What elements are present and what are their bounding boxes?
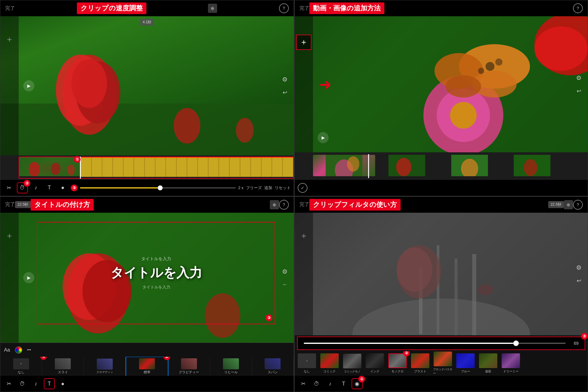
butterfly-scene [295,16,588,152]
scissors-icon[interactable]: ✂ [3,182,14,193]
svg-point-41 [486,62,495,71]
intensity-value: 69 [569,341,579,346]
clip-4[interactable] [501,155,563,176]
filter-standard[interactable]: ② 標準 [126,357,168,376]
filter-item-blue[interactable]: ブルー [454,352,477,375]
filter-item-ink[interactable]: インク [364,352,386,375]
help-icon-4[interactable]: ? [573,200,583,210]
undo-icon[interactable]: ↩ [283,89,287,96]
left-sidebar-2: + [295,16,313,152]
filter-gravity[interactable]: グラビティー [168,357,210,376]
more-options[interactable]: ••• [27,348,31,352]
speed-control: ③ 2 x フリーズ 追加 リセット [71,185,291,191]
circle-icon[interactable]: ● [57,182,68,193]
filter-thumb-dreamy [502,353,520,368]
freeze-btn[interactable]: フリーズ [246,185,262,191]
play-button-3[interactable]: ▶ [23,272,34,283]
play-button-2[interactable]: ▶ [318,132,329,143]
clip-normal[interactable] [19,157,80,176]
add-icon-4[interactable]: + [301,231,306,241]
filter-label-slai: スライ [58,370,68,375]
complete-button-2[interactable]: 完了 [300,5,309,12]
timeline-cursor-2[interactable] [368,154,369,178]
add-icon-3[interactable]: + [7,231,12,241]
text-icon-3[interactable]: T [44,378,55,389]
settings-icon[interactable]: ⚙ [282,76,288,83]
color-picker[interactable] [15,346,22,354]
back-icon-3[interactable]: ← [282,281,288,287]
filter-slai[interactable]: スライ [42,357,84,376]
undo-icon-2[interactable]: ↩ [577,88,581,94]
scissors-icon-3[interactable]: ✂ [3,378,14,389]
right-side-icons-2: ⚙ ↩ [576,74,582,94]
text-icon-4[interactable]: T [338,378,349,389]
title-overlay-box[interactable]: タイトルを入力 タイトルを入力 タイトルを入力 [37,222,275,325]
zoom-icon-4[interactable]: ⊕ [564,200,573,209]
filter-span[interactable]: スパン [252,357,294,376]
add-btn[interactable]: 追加 [264,185,272,191]
clip-2[interactable] [376,155,438,176]
text-icon[interactable]: T [44,182,55,193]
panel-title: クリップの速度調整 [77,2,146,14]
filter-item-mono[interactable]: モノクロ ② [386,352,409,375]
filter-chroma[interactable]: クロマディッ [84,357,126,375]
svg-rect-63 [472,254,476,336]
panel-filter-topbar: 完了 クリップフィルタの使い方 22.5秒 ⊕ ? [295,197,588,213]
complete-button-3[interactable]: 完了 [5,201,15,208]
clip-3[interactable] [439,155,501,176]
title-main-text[interactable]: タイトルを入力 [111,264,202,281]
clock-icon-4[interactable]: ⏱ [311,378,322,389]
help-icon-2[interactable]: ? [573,3,583,13]
filter-name-comic-mono: コミックモノ [344,370,360,374]
complete-button[interactable]: 完了 [5,5,15,12]
filter-item-nashi[interactable]: × なし [296,352,318,375]
reset-btn[interactable]: リセット [275,185,291,191]
filter-nashi[interactable]: × なし [0,357,42,376]
filter-item-comic-mono[interactable]: コミックモノ [341,352,363,375]
timeline[interactable]: ① [0,155,294,180]
filter-item-camo[interactable]: 迷彩 [477,352,499,375]
scissors-icon-4[interactable]: ✂ [298,378,309,389]
volume-icon-4[interactable]: ♪ [325,378,336,389]
undo-icon-4[interactable]: ↩ [577,277,581,284]
play-button[interactable]: ▶ [23,80,34,91]
help-icon[interactable]: ? [279,3,289,13]
filter-thumb-chroma [97,359,113,370]
settings-icon-2[interactable]: ⚙ [576,74,582,82]
add-media-button[interactable]: + [296,35,311,50]
intensity-thumb[interactable] [513,341,519,346]
settings-icon-3[interactable]: ⚙ [282,268,288,275]
filter-item-comic[interactable]: コミック [318,352,341,375]
filter-item-blast[interactable]: ブラスト [409,352,431,375]
volume-icon[interactable]: ♪ [30,182,41,193]
speed-slider[interactable] [80,187,236,188]
clock-icon-3[interactable]: ⏱ [17,378,28,389]
zoom-icon[interactable]: ⊕ [208,4,217,13]
right-side-icons-3: ⚙ ← [282,268,288,287]
filter-reheal[interactable]: リヒール [210,357,252,376]
intensity-slider-row[interactable]: 69 [297,337,585,350]
add-clip-icon[interactable]: + [7,35,12,44]
filter-item-blockbuster[interactable]: ブロックバスター [432,351,454,376]
complete-button-4[interactable]: 完了 [300,201,309,208]
complete-action[interactable]: ✓ [298,183,307,193]
speed-value: 2 x [238,185,243,190]
help-icon-3[interactable]: ? [279,200,289,210]
left-sidebar-3: + [0,213,19,343]
filter-item-dreamy[interactable]: ドリーミー [500,352,522,375]
filter-name-blue: ブルー [461,369,470,374]
circle-icon-3[interactable]: ● [57,378,68,389]
timeline-2[interactable] [295,152,588,180]
filter-thumb-camo [479,353,497,368]
volume-icon-3[interactable]: ♪ [30,378,41,389]
filter-name-camo: 迷彩 [485,369,491,374]
settings-icon-4[interactable]: ⚙ [576,264,582,271]
clip-1[interactable] [313,155,375,176]
intensity-track[interactable] [304,343,566,344]
clip-speed[interactable] [80,157,294,176]
zoom-icon-3[interactable]: ⊕ [270,200,279,209]
right-side-icons: ⚙ ↩ [282,76,288,96]
font-icon[interactable]: Aa [4,347,10,353]
toolbar-speed: ✂ ⏱ ② ♪ T ● ③ 2 x フリーズ 追加 リセット [0,180,294,196]
svg-point-34 [450,102,477,129]
